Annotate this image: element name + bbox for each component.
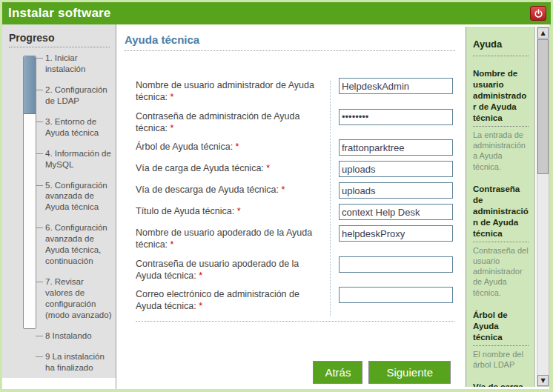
help-entry: Vía de carga de Ayuda técnica Directorio… <box>473 382 529 387</box>
admin-email-input[interactable] <box>339 287 453 303</box>
progress-step-3: 3. Entorno de Ayuda técnica <box>45 116 113 139</box>
field-label: Correo electrónico de administración de … <box>136 287 327 313</box>
window-title: Instalar software <box>2 6 111 21</box>
help-title: Ayuda <box>473 39 529 56</box>
progress-step-4: 4. Información de MySQL <box>45 148 113 170</box>
arrow-up-icon: ▲ <box>540 30 545 36</box>
help-scrollbar[interactable]: ▲ ▼ <box>537 27 549 387</box>
admin-username-input[interactable] <box>339 78 453 94</box>
required-marker: * <box>199 301 202 311</box>
download-path-input[interactable] <box>339 182 453 199</box>
progress-steps: 1. Iniciar instalación 2. Configuración … <box>45 53 113 383</box>
required-marker: * <box>170 92 174 102</box>
required-marker: * <box>266 163 270 173</box>
arrow-down-icon: ▼ <box>540 377 545 384</box>
field-label: Contraseña de administración de Ayuda té… <box>136 109 327 135</box>
progress-sidebar: Progreso 1. Iniciar instalación 2. Confi… <box>2 24 116 389</box>
form-row: Contraseña de usuario apoderado de la Ay… <box>136 256 454 282</box>
helpdesk-form: Nombre de usuario administrador de Ayuda… <box>136 78 454 322</box>
help-entry: Nombre de usuario administrador de Ayuda… <box>473 68 529 172</box>
progress-step-9: 9 La instalación ha finalizado <box>45 351 113 373</box>
power-icon <box>534 9 543 19</box>
scrollbar-track[interactable] <box>537 39 549 375</box>
main-panel: Ayuda técnica Nombre de usuario administ… <box>116 24 464 389</box>
progress-step-1: 1. Iniciar instalación <box>45 53 113 75</box>
required-marker: * <box>170 239 174 250</box>
help-entry-body: El nombre del árbol LDAP <box>473 349 529 371</box>
required-marker: * <box>199 270 202 281</box>
form-row: Vía de descarga de Ayuda técnica: * <box>136 182 454 199</box>
progress-step-7: 7. Revisar valores de configuración (mod… <box>45 276 113 321</box>
required-marker: * <box>236 142 239 152</box>
field-label: Vía de descarga de Ayuda técnica: * <box>136 182 327 196</box>
power-button[interactable] <box>530 6 546 21</box>
form-row: Correo electrónico de administración de … <box>136 287 454 313</box>
helpdesk-title-input[interactable] <box>339 204 453 220</box>
back-button[interactable]: Atrás <box>313 361 362 384</box>
help-sidebar: Ayuda Nombre de usuario administrador de… <box>466 27 535 387</box>
field-label: Nombre de usuario apoderado de la Ayuda … <box>136 225 327 251</box>
field-label: Vía de carga de Ayuda técnica: * <box>136 161 327 174</box>
form-row: Nombre de usuario apoderado de la Ayuda … <box>136 225 454 251</box>
scroll-up-button[interactable]: ▲ <box>537 27 549 39</box>
progress-step-8: 8 Instalando <box>45 330 113 342</box>
upload-path-input[interactable] <box>339 161 453 177</box>
help-entry: Árbol de Ayuda técnica El nombre del árb… <box>473 310 529 370</box>
field-label: Contraseña de usuario apoderado de la Ay… <box>136 256 327 282</box>
field-label: Árbol de Ayuda técnica: * <box>136 139 327 153</box>
progress-title: Progreso <box>9 32 110 47</box>
field-label: Título de Ayuda técnica: * <box>136 204 327 217</box>
form-row: Título de Ayuda técnica: * <box>136 204 454 220</box>
help-entry-heading: Árbol de Ayuda técnica <box>473 310 529 346</box>
help-entry-body: Contraseña del usuario administrador de … <box>473 245 529 298</box>
admin-password-input[interactable] <box>339 109 453 125</box>
help-entry: Contraseña de administración de Ayuda té… <box>473 184 529 298</box>
required-marker: * <box>170 123 174 133</box>
progress-step-5: 5. Configuración avanzada de Ayuda técni… <box>45 180 113 213</box>
proxy-password-input[interactable] <box>339 256 453 273</box>
form-row: Vía de carga de Ayuda técnica: * <box>136 161 454 177</box>
form-row: Nombre de usuario administrador de Ayuda… <box>136 78 454 104</box>
form-row: Árbol de Ayuda técnica: * <box>136 139 454 156</box>
progress-step-6: 6. Configuración avanzada de Ayuda técni… <box>45 222 113 267</box>
progress-bar <box>23 56 36 329</box>
help-entry-body: La entrada de administración a Ayuda téc… <box>473 130 529 172</box>
scroll-down-button[interactable]: ▼ <box>537 375 549 386</box>
next-button[interactable]: Siguiente <box>368 361 451 384</box>
help-entry-heading: Contraseña de administración de Ayuda té… <box>473 184 529 242</box>
column-divider <box>330 81 331 316</box>
required-marker: * <box>281 185 285 195</box>
progress-step-2: 2. Configuración de LDAP <box>45 84 113 107</box>
window-body: Progreso 1. Iniciar instalación 2. Confi… <box>2 24 549 389</box>
wizard-buttons: Atrás Siguiente <box>313 361 451 384</box>
form-row: Contraseña de administración de Ayuda té… <box>136 109 454 135</box>
required-marker: * <box>237 206 241 216</box>
field-label: Nombre de usuario administrador de Ayuda… <box>136 78 327 104</box>
help-entry-heading: Nombre de usuario administrador de Ayuda… <box>473 68 529 127</box>
helpdesk-tree-input[interactable] <box>339 139 453 156</box>
installer-window: Instalar software Progreso 1. Iniciar in… <box>0 0 553 392</box>
help-entry-heading: Vía de carga de Ayuda técnica <box>473 382 529 387</box>
scrollbar-thumb[interactable] <box>537 39 549 174</box>
progress-bar-fill <box>24 56 36 114</box>
title-bar: Instalar software <box>2 2 551 24</box>
page-title: Ayuda técnica <box>125 33 455 51</box>
proxy-username-input[interactable] <box>339 225 453 242</box>
